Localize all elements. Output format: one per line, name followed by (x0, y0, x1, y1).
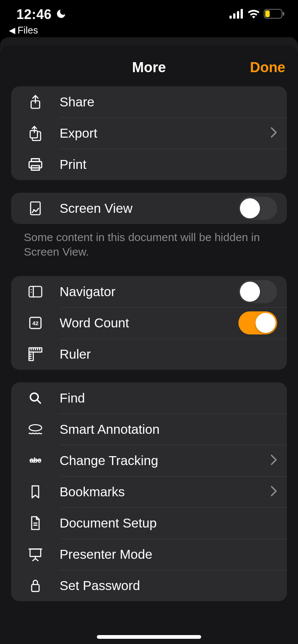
navigator-label: Navigator (60, 284, 238, 299)
search-icon (11, 391, 60, 405)
set-password-row[interactable]: Set Password (11, 570, 287, 601)
word-count-toggle[interactable] (238, 311, 277, 334)
cellular-icon (229, 9, 244, 20)
bookmark-icon (11, 485, 60, 499)
group-screen-view: Screen View (11, 193, 287, 224)
annotation-icon (11, 423, 60, 436)
chevron-right-icon (270, 454, 277, 467)
presenter-icon (11, 547, 60, 562)
print-icon (11, 157, 60, 172)
export-icon (11, 125, 60, 141)
document-setup-row[interactable]: Document Setup (11, 507, 287, 539)
screen-view-icon (11, 201, 60, 216)
navigator-row[interactable]: Navigator (11, 276, 287, 307)
screen-view-footnote: Some content in this document will be hi… (11, 230, 287, 259)
svg-line-41 (35, 558, 38, 561)
change-tracking-label: Change Tracking (60, 453, 270, 468)
svg-rect-6 (283, 12, 284, 16)
svg-line-32 (37, 400, 41, 403)
svg-rect-5 (265, 10, 270, 17)
chevron-right-icon (270, 127, 277, 140)
change-tracking-icon: abc (11, 455, 60, 466)
back-caret-icon: ◀ (9, 26, 15, 35)
bookmarks-label: Bookmarks (60, 484, 270, 499)
back-to-app[interactable]: ◀ Files (0, 22, 298, 36)
svg-rect-3 (241, 9, 243, 19)
status-bar: 12:46 (0, 0, 298, 22)
print-label: Print (60, 157, 277, 172)
change-tracking-row[interactable]: abc Change Tracking (11, 445, 287, 476)
print-row[interactable]: Print (11, 149, 287, 180)
done-button[interactable]: Done (250, 60, 285, 76)
svg-rect-2 (237, 11, 239, 19)
battery-icon (264, 9, 285, 20)
more-sheet: More Done Share Export (0, 45, 298, 644)
screen-view-toggle[interactable] (238, 197, 277, 220)
presenter-mode-label: Presenter Mode (60, 547, 277, 562)
screen-view-row[interactable]: Screen View (11, 193, 287, 224)
share-label: Share (60, 94, 277, 109)
navigator-icon (11, 285, 60, 298)
wifi-icon (247, 9, 260, 20)
svg-point-33 (29, 424, 42, 431)
find-label: Find (60, 391, 277, 406)
sheet-header: More Done (0, 54, 298, 80)
svg-rect-15 (29, 286, 42, 297)
word-count-label: Word Count (60, 315, 238, 330)
svg-text:42: 42 (32, 320, 39, 326)
screen-view-label: Screen View (60, 201, 238, 216)
set-password-label: Set Password (60, 578, 277, 593)
svg-point-17 (31, 289, 32, 290)
sheet-title: More (132, 60, 166, 76)
svg-rect-0 (229, 16, 232, 19)
word-count-row[interactable]: 42 Word Count (11, 307, 287, 339)
group-tools: Find Smart Annotation abc Change Trackin… (11, 382, 287, 601)
back-app-label: Files (18, 25, 38, 36)
status-time: 12:46 (16, 7, 52, 22)
presenter-mode-row[interactable]: Presenter Mode (11, 539, 287, 570)
share-icon (11, 94, 60, 109)
smart-annotation-label: Smart Annotation (60, 422, 277, 437)
share-row[interactable]: Share (11, 86, 287, 118)
ruler-label: Ruler (60, 347, 277, 362)
moon-icon (56, 8, 67, 21)
svg-rect-38 (30, 549, 41, 557)
svg-text:abc: abc (30, 456, 41, 464)
smart-annotation-row[interactable]: Smart Annotation (11, 414, 287, 445)
document-setup-label: Document Setup (60, 516, 277, 531)
svg-point-18 (31, 292, 32, 293)
ruler-icon (11, 347, 60, 362)
navigator-toggle[interactable] (238, 280, 277, 303)
ruler-row[interactable]: Ruler (11, 339, 287, 370)
home-indicator[interactable] (97, 635, 201, 639)
chevron-right-icon (270, 486, 277, 498)
sheet-backdrop: More Done Share Export (0, 37, 298, 644)
document-icon (11, 516, 60, 531)
svg-rect-42 (32, 584, 39, 592)
find-row[interactable]: Find (11, 382, 287, 414)
group-share-export-print: Share Export Print (11, 86, 287, 180)
export-row[interactable]: Export (11, 118, 287, 149)
svg-rect-1 (233, 13, 235, 19)
lock-icon (11, 578, 60, 593)
group-view-options: Navigator 42 Word Count Ruler (11, 276, 287, 370)
word-count-icon: 42 (11, 316, 60, 330)
bookmarks-row[interactable]: Bookmarks (11, 476, 287, 507)
export-label: Export (60, 126, 270, 141)
